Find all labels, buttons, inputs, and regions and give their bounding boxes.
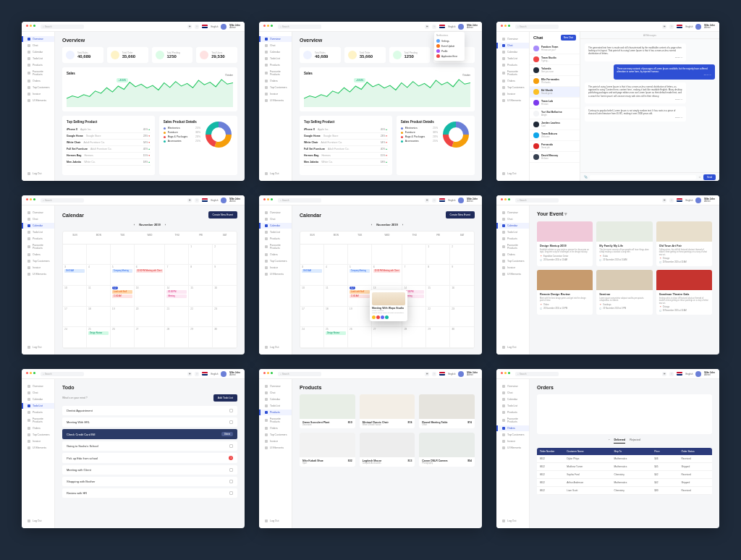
sidebar-item-products[interactable]: Products [496, 410, 529, 415]
todo-item[interactable]: Review with HR [62, 488, 237, 498]
cal-cell[interactable]: 26 [348, 327, 372, 348]
sidebar-item-calendar[interactable]: Calendar [22, 223, 54, 229]
cal-cell[interactable]: 22 [426, 307, 450, 328]
cal-cell[interactable]: 10 [300, 286, 324, 307]
sidebar-item-invoice[interactable]: Invoice [496, 438, 529, 444]
sidebar-item-products[interactable]: Products [496, 62, 529, 68]
sidebar-item-overview[interactable]: Overview [496, 36, 529, 42]
sidebar-item-favourite-products[interactable]: Favourite Products [496, 242, 529, 251]
avatar[interactable] [221, 24, 226, 30]
language-label[interactable]: English [211, 373, 218, 376]
flag-icon[interactable] [439, 372, 445, 376]
sidebar-item-calendar[interactable]: Calendar [259, 223, 292, 229]
delete-button[interactable]: Delete [221, 432, 233, 436]
calendar-event[interactable]: Lunch with Staff [112, 290, 132, 294]
sidebar-item-ui-elements[interactable]: UI Elements [259, 445, 292, 451]
send-button[interactable]: Send [703, 174, 716, 180]
popover-item[interactable]: Settings [436, 38, 462, 43]
attach-icon[interactable]: 📎 [584, 175, 588, 179]
sidebar-item-chat[interactable]: Chat [22, 390, 54, 396]
sidebar-item-orders[interactable]: Orders [496, 252, 529, 258]
cal-cell[interactable]: 1 [426, 245, 450, 266]
sidebar-item-todo-list[interactable]: Todo List [22, 56, 54, 61]
todo-item[interactable]: Meeting with Client [62, 465, 237, 475]
sidebar-item-favourite-products[interactable]: Favourite Products [22, 242, 54, 251]
calendar-event[interactable]: Meeting [166, 294, 187, 298]
sidebar-item-favourite-products[interactable]: Favourite Products [259, 242, 292, 251]
cal-cell[interactable]: 22 [189, 307, 213, 328]
bell-icon[interactable]: ♡ [195, 372, 199, 376]
sidebar-item-logout[interactable]: Log Out [496, 518, 529, 524]
sidebar-item-invoice[interactable]: Invoice [496, 91, 529, 97]
sidebar-item-overview[interactable]: Overview [259, 36, 292, 42]
flag-icon[interactable] [439, 198, 445, 202]
cal-cell[interactable]: 9 [450, 265, 474, 286]
checkbox[interactable] [229, 409, 233, 412]
flag-icon[interactable] [202, 25, 208, 28]
sidebar-item-ui-elements[interactable]: UI Elements [496, 98, 529, 103]
avatar[interactable] [221, 371, 226, 377]
sidebar-item-chat[interactable]: Chat [22, 216, 54, 222]
sidebar-item-invoice[interactable]: Invoice [22, 265, 54, 271]
sidebar-item-top-customers[interactable]: Top Customers [22, 432, 54, 438]
checkbox[interactable] [229, 420, 233, 424]
shuffle-icon[interactable]: ⇄ [662, 198, 666, 203]
sidebar-item-orders[interactable]: Orders [259, 252, 292, 258]
calendar-event[interactable]: Company Meeting [350, 269, 370, 273]
search-input[interactable]: ⌕ Search [278, 198, 321, 203]
checkbox[interactable] [229, 480, 233, 483]
popover-item[interactable]: Event Update [436, 43, 462, 48]
cal-cell[interactable]: 5Company Meeting [348, 265, 372, 286]
sidebar-item-orders[interactable]: Orders [22, 78, 54, 84]
sidebar-item-top-customers[interactable]: Top Customers [259, 85, 292, 90]
search-input[interactable]: ⌕ Search [515, 372, 559, 376]
sidebar-item-chat[interactable]: Chat [496, 216, 529, 222]
new-chat-button[interactable]: New Chat [561, 35, 576, 41]
sidebar-item-invoice[interactable]: Invoice [496, 265, 529, 271]
chat-tab[interactable]: All Messages [580, 32, 719, 39]
cal-cell[interactable]: 602:00 PM Meeting with Client [135, 265, 166, 286]
bell-icon[interactable]: ♡ [195, 25, 199, 29]
checkbox[interactable] [229, 444, 233, 448]
cal-cell[interactable]: 19 [111, 307, 135, 328]
create-event-button[interactable]: Create New Event [446, 211, 475, 219]
sidebar-item-favourite-products[interactable]: Favourite Products [22, 416, 54, 425]
cal-cell[interactable]: 24 [63, 327, 87, 348]
order-row[interactable]: 8612Dylan PhipsMathematics$46Received [537, 455, 712, 463]
sidebar-item-products[interactable]: Products [22, 62, 54, 68]
event-card[interactable]: Goodman Theatre Gala Inviting artists to… [656, 270, 712, 315]
tab-rejected[interactable]: Rejected [630, 438, 640, 444]
chevron-down-icon[interactable]: ▾ [564, 211, 567, 216]
cal-cell[interactable]: 25Design Review [324, 327, 348, 348]
sidebar-item-products[interactable]: Products [259, 410, 292, 415]
sidebar-item-overview[interactable]: Overview [22, 383, 54, 389]
calendar-event[interactable]: 02:00 PM [166, 290, 187, 294]
product-card[interactable]: Logitech Mouse Computer Accessories $13 [360, 433, 415, 467]
cal-cell[interactable]: 309:00 AM [63, 265, 87, 286]
sidebar-item-ui-elements[interactable]: UI Elements [22, 98, 54, 103]
sidebar-item-overview[interactable]: Overview [22, 210, 54, 216]
cal-cell[interactable]: 27 [372, 327, 403, 348]
sidebar-item-invoice[interactable]: Invoice [259, 265, 292, 271]
sidebar-item-orders[interactable]: Orders [496, 78, 529, 84]
cal-cell[interactable]: 29 [426, 327, 450, 348]
cal-cell[interactable]: 4 [324, 265, 348, 286]
avatar[interactable] [458, 198, 464, 203]
cal-cell[interactable]: 7 [165, 265, 189, 286]
shuffle-icon[interactable]: ⇄ [425, 198, 429, 203]
shuffle-icon[interactable]: ⇄ [187, 198, 192, 203]
sidebar-item-favourite-products[interactable]: Favourite Products [259, 416, 292, 425]
search-input[interactable]: ⌕ Search [41, 372, 84, 376]
sidebar-item-invoice[interactable]: Invoice [22, 438, 54, 444]
sidebar-item-products[interactable]: Products [259, 62, 292, 68]
chevron-right-icon[interactable]: › [165, 223, 166, 226]
sidebar-item-logout[interactable]: Log Out [259, 518, 292, 524]
chevron-left-icon[interactable]: ‹ [134, 223, 135, 226]
sidebar-item-ui-elements[interactable]: UI Elements [22, 271, 54, 277]
sidebar-item-logout[interactable]: Log Out [496, 344, 529, 350]
cal-cell[interactable]: 12Lunch with Staff11:00 AM [111, 286, 135, 307]
sidebar-item-chat[interactable]: Chat [259, 216, 292, 222]
sidebar-item-top-customers[interactable]: Top Customers [496, 258, 529, 264]
event-card[interactable]: Remote Design Review Meet with the best … [537, 270, 593, 315]
search-input[interactable]: ⌕ Search [515, 198, 559, 203]
